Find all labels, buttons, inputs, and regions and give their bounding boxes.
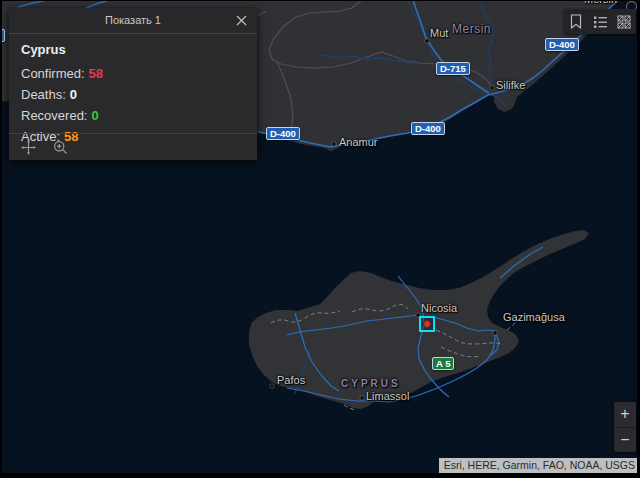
zoom-out-button[interactable]: − (614, 428, 636, 453)
stat-value-recovered: 0 (91, 108, 98, 123)
road-shield-a5: A 5 (432, 357, 454, 370)
map-stage[interactable]: D-400 D-400 D-400 D-715 A 5 Mut Mersin S… (0, 0, 640, 478)
selected-feature-marker[interactable] (419, 316, 435, 332)
road-shield-d715: D-715 (436, 62, 470, 75)
bookmarks-icon[interactable] (567, 13, 585, 31)
pan-to-feature-icon[interactable] (20, 139, 36, 155)
stat-label: Confirmed: (21, 66, 85, 81)
popup-header: Показать 1 (9, 8, 257, 34)
popup-body: Cyprus Confirmed:58 Deaths:0 Recovered:0… (9, 34, 257, 147)
popup-feature-title: Cyprus (21, 42, 245, 57)
road-shield-d400-east: D-400 (545, 38, 579, 51)
legend-icon[interactable] (591, 13, 609, 31)
frame-border-top (0, 0, 640, 1)
case-cluster-dot (423, 320, 431, 328)
road-shield-d400-center: D-400 (411, 122, 445, 135)
frame-border-left (0, 0, 2, 478)
feature-popup: Показать 1 Cyprus Confirmed:58 Deaths:0 … (9, 8, 257, 160)
zoom-to-feature-icon[interactable] (52, 139, 68, 155)
popup-footer (9, 133, 257, 160)
stat-row-recovered: Recovered:0 (21, 105, 245, 126)
stat-label: Recovered: (21, 108, 87, 123)
stat-row-confirmed: Confirmed:58 (21, 63, 245, 84)
map-widget-panel (564, 9, 636, 34)
stat-value-deaths: 0 (70, 87, 77, 102)
zoom-control: + − (614, 402, 636, 452)
popup-header-title: Показать 1 (105, 14, 161, 26)
stat-row-deaths: Deaths:0 (21, 84, 245, 105)
frame-border-bottom (0, 473, 640, 478)
attribution: Esri, HERE, Garmin, FAO, NOAA, USGS (439, 458, 640, 473)
road-shield-d400-west: D-400 (266, 127, 300, 140)
basemap-gallery-icon[interactable] (615, 13, 633, 31)
zoom-in-button[interactable]: + (614, 402, 636, 428)
stat-value-confirmed: 58 (89, 66, 103, 81)
stat-label: Deaths: (21, 87, 66, 102)
close-icon[interactable] (230, 8, 252, 33)
